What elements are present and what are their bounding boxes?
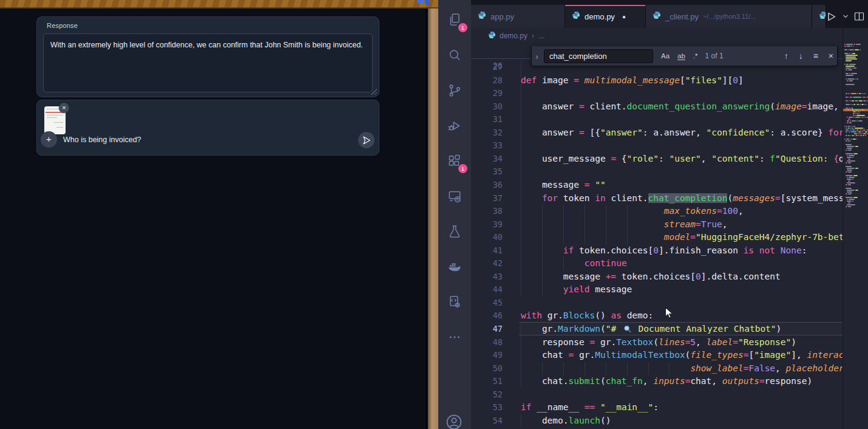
activity-item-search[interactable]: [444, 45, 465, 66]
activity-item-explorer[interactable]: 1: [444, 10, 465, 30]
activity-item-docker[interactable]: [444, 256, 465, 277]
next-match-button[interactable]: ↓: [799, 51, 803, 61]
minimap-line: [853, 128, 855, 129]
tab-demo.py[interactable]: demo.py●: [565, 5, 646, 28]
line-number: 46: [471, 309, 503, 323]
activity-item-more[interactable]: [444, 327, 465, 348]
run-dropdown-chevron-icon[interactable]: [843, 13, 849, 19]
minimap-line: [844, 49, 847, 50]
minimap-line: [850, 120, 851, 122]
activity-item-testing[interactable]: [444, 221, 465, 242]
previous-match-button[interactable]: ↑: [784, 51, 788, 61]
activity-item-remote-explorer[interactable]: [444, 186, 465, 207]
minimap-line: [846, 144, 852, 145]
minimap-line: [858, 131, 861, 132]
code-line: 37for token in client.chat_completion(me…: [471, 192, 843, 205]
line-number: 32: [471, 126, 503, 140]
chat-input-text[interactable]: Who is being invoiced?: [63, 136, 141, 144]
minimap-line: [846, 73, 849, 74]
code-line: 47gr.Markdown("# Document Analyzer Chatb…: [471, 323, 843, 336]
minimap-line: [861, 117, 862, 118]
code-text: max_tokens=100,: [521, 205, 744, 218]
minimap-line: [844, 126, 846, 127]
minimap-line: [844, 46, 846, 47]
run-python-file-button[interactable]: [826, 11, 837, 22]
response-label: Response: [47, 22, 78, 29]
minimap-line: [846, 55, 858, 56]
minimap-line: [847, 179, 852, 180]
minimap-line: [859, 129, 860, 131]
breadcrumb-symbol[interactable]: ...: [538, 32, 544, 40]
tab-app.py[interactable]: app.py: [471, 5, 565, 28]
python-file-icon: [572, 11, 580, 22]
whole-word-toggle[interactable]: ab: [677, 52, 685, 60]
minimap-line: [857, 131, 858, 132]
minimap-line: [850, 129, 852, 131]
minimap-line: [846, 64, 849, 65]
minimap-line: [867, 100, 868, 101]
minimap-line: [855, 100, 858, 101]
minimap-line: [847, 80, 849, 81]
minimap-line: [852, 129, 855, 131]
remove-attachment-button[interactable]: ×: [59, 103, 69, 113]
match-case-toggle[interactable]: Aa: [661, 52, 670, 60]
wallpaper-top-stripe: [0, 0, 438, 9]
minimap-line: [865, 135, 866, 136]
minimap-line: [846, 139, 849, 140]
minimap-line: [861, 104, 864, 105]
activity-item-extensions[interactable]: 1: [444, 151, 465, 171]
code-text: show_label=False, placeholder=: [521, 362, 843, 376]
split-editor-button[interactable]: [854, 12, 864, 21]
python-file-icon: [653, 11, 661, 22]
account-icon: [444, 424, 464, 429]
minimap-line: [846, 197, 853, 198]
minimap-line: [847, 201, 852, 202]
minimap[interactable]: [843, 28, 868, 429]
minimap-line: [864, 117, 865, 118]
minimap-line: [852, 104, 853, 105]
gradio-app-window: Response With an extremely high level of…: [0, 9, 427, 429]
code-line: 41if token.choices[0].finish_reason is n…: [471, 244, 843, 258]
code-line: 40model="HuggingFaceH4/zephyr-7b-beta: [471, 231, 843, 244]
line-number: 44: [471, 283, 503, 297]
minimap-line: [863, 129, 865, 131]
editor-actions: [820, 5, 864, 28]
find-widget: › Aa ab .* 1 of 1 ↑ ↓ ≡ ×: [531, 46, 838, 66]
find-in-selection-button[interactable]: ≡: [813, 51, 818, 61]
minimap-line: [853, 97, 861, 98]
code-line: 43message += token.choices[0].delta.cont…: [471, 270, 843, 284]
minimap-line: [850, 104, 852, 105]
minimap-line: [849, 64, 856, 65]
code-text: image = multimodal_message["files"][0]: [521, 74, 744, 88]
find-input[interactable]: [544, 49, 653, 63]
minimap-line: [856, 104, 857, 105]
code-line: 44yield message: [471, 283, 843, 297]
code-editor[interactable]: 2728image = multimodal_message["files"][…: [471, 44, 843, 429]
minimap-line: [853, 44, 855, 45]
activity-item-tools[interactable]: [444, 292, 465, 312]
minimap-line: [846, 140, 847, 142]
thumb-detail: [56, 127, 63, 128]
breadcrumb: demo.py › ...: [471, 28, 868, 44]
activity-item-run-debug[interactable]: [444, 115, 465, 136]
minimap-line: [846, 131, 847, 132]
send-button[interactable]: [358, 132, 375, 148]
close-find-button[interactable]: ×: [829, 51, 833, 61]
minimap-line: [862, 129, 863, 131]
tab-label: app.py: [490, 12, 514, 21]
minimap-line: [847, 146, 855, 147]
modified-dot-icon[interactable]: ●: [622, 13, 626, 20]
minimap-line: [860, 109, 861, 111]
breadcrumb-file[interactable]: demo.py: [500, 32, 527, 40]
activity-item-source-control[interactable]: [444, 80, 465, 101]
toggle-replace-chevron-icon[interactable]: ›: [535, 51, 544, 61]
activity-item-account[interactable]: [444, 413, 464, 429]
tab-_client.py[interactable]: _client.py~/.../python3.11/...: [646, 5, 812, 28]
line-number: 39: [471, 218, 503, 232]
code-text: if __name__ == "__main__":: [521, 401, 659, 414]
add-attachment-button[interactable]: +: [41, 131, 57, 148]
minimap-line: [846, 97, 848, 98]
code-line: 36message = "": [471, 179, 843, 192]
response-textarea[interactable]: With an extremely high level of confiden…: [43, 33, 373, 92]
regex-toggle[interactable]: .*: [693, 52, 698, 60]
